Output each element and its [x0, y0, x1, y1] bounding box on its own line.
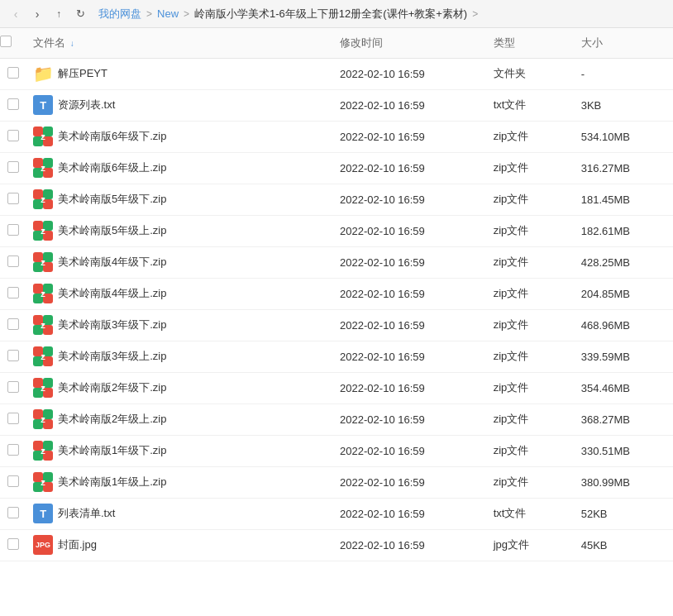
row-date: 2022-02-10 16:59: [333, 246, 487, 278]
row-date: 2022-02-10 16:59: [333, 278, 487, 309]
row-name-cell: Z 美术岭南版3年级上.zip: [26, 341, 333, 372]
row-checkbox[interactable]: [7, 413, 19, 424]
svg-text:Z: Z: [41, 259, 45, 267]
header-checkbox[interactable]: [0, 36, 12, 47]
th-size[interactable]: 大小: [575, 28, 673, 58]
zip-icon: Z: [33, 158, 53, 178]
row-checkbox-cell: [0, 372, 26, 404]
th-type[interactable]: 类型: [487, 28, 575, 58]
zip-icon: Z: [33, 189, 53, 209]
row-checkbox-cell: [0, 246, 26, 278]
row-checkbox[interactable]: [7, 475, 19, 487]
row-date: 2022-02-10 16:59: [333, 58, 487, 89]
row-type: zip文件: [487, 404, 575, 435]
table-row[interactable]: JPG封面.jpg2022-02-10 16:59jpg文件45KB: [0, 529, 673, 561]
row-checkbox[interactable]: [7, 381, 19, 393]
row-filename: 资源列表.txt: [58, 98, 115, 112]
table-row[interactable]: T列表清单.txt2022-02-10 16:59txt文件52KB: [0, 498, 673, 529]
breadcrumb-mycloud[interactable]: 我的网盘: [96, 5, 144, 23]
row-size: -: [575, 58, 673, 89]
table-row[interactable]: Z 美术岭南版4年级上.zip2022-02-10 16:59zip文件204.…: [0, 278, 673, 309]
row-checkbox-cell: [0, 498, 26, 529]
row-checkbox[interactable]: [7, 507, 19, 518]
row-name-cell: Z 美术岭南版1年级上.zip: [26, 466, 333, 498]
row-checkbox[interactable]: [7, 67, 19, 79]
txt-icon: T: [33, 95, 53, 115]
table-row[interactable]: 📁解压PEYT2022-02-10 16:59文件夹-: [0, 58, 673, 89]
row-date: 2022-02-10 16:59: [333, 152, 487, 184]
up-button[interactable]: ↑: [50, 5, 68, 23]
table-header-row: 文件名 ↓ 修改时间 类型 大小: [0, 28, 673, 58]
row-checkbox-cell: [0, 435, 26, 466]
table-row[interactable]: Z 美术岭南版4年级下.zip2022-02-10 16:59zip文件428.…: [0, 246, 673, 278]
row-checkbox[interactable]: [7, 130, 19, 141]
row-type: zip文件: [487, 466, 575, 498]
row-checkbox[interactable]: [7, 444, 19, 456]
row-checkbox-cell: [0, 184, 26, 215]
table-row[interactable]: Z 美术岭南版1年级上.zip2022-02-10 16:59zip文件380.…: [0, 466, 673, 498]
row-checkbox[interactable]: [7, 318, 19, 330]
table-row[interactable]: Z 美术岭南版6年级上.zip2022-02-10 16:59zip文件316.…: [0, 152, 673, 184]
table-row[interactable]: Z 美术岭南版3年级上.zip2022-02-10 16:59zip文件339.…: [0, 341, 673, 372]
row-checkbox[interactable]: [7, 193, 19, 204]
table-row[interactable]: Z 美术岭南版2年级下.zip2022-02-10 16:59zip文件354.…: [0, 372, 673, 404]
th-name[interactable]: 文件名 ↓: [26, 28, 333, 58]
row-size: 339.59MB: [575, 341, 673, 372]
row-name-cell: Z 美术岭南版6年级下.zip: [26, 121, 333, 152]
table-row[interactable]: Z 美术岭南版1年级下.zip2022-02-10 16:59zip文件330.…: [0, 435, 673, 466]
table-row[interactable]: Z 美术岭南版5年级下.zip2022-02-10 16:59zip文件181.…: [0, 184, 673, 215]
row-checkbox[interactable]: [7, 255, 19, 267]
jpg-icon: JPG: [33, 535, 53, 555]
breadcrumb-sep-2: >: [183, 8, 190, 20]
zip-icon: Z: [33, 284, 53, 303]
forward-button[interactable]: ›: [28, 5, 46, 23]
th-type-label: 类型: [494, 36, 515, 49]
row-name-cell: Z 美术岭南版4年级上.zip: [26, 278, 333, 309]
row-checkbox[interactable]: [7, 98, 19, 110]
row-filename: 美术岭南版6年级下.zip: [58, 129, 166, 144]
row-type: zip文件: [487, 309, 575, 341]
table-row[interactable]: Z 美术岭南版3年级下.zip2022-02-10 16:59zip文件468.…: [0, 309, 673, 341]
table-row[interactable]: Z 美术岭南版5年级上.zip2022-02-10 16:59zip文件182.…: [0, 215, 673, 246]
row-date: 2022-02-10 16:59: [333, 309, 487, 341]
svg-text:Z: Z: [41, 133, 45, 141]
row-checkbox-cell: [0, 89, 26, 121]
svg-text:Z: Z: [41, 416, 45, 424]
row-size: 316.27MB: [575, 152, 673, 184]
row-checkbox[interactable]: [7, 161, 19, 173]
row-checkbox[interactable]: [7, 224, 19, 236]
row-date: 2022-02-10 16:59: [333, 121, 487, 152]
row-type: txt文件: [487, 89, 575, 121]
row-size: 468.96MB: [575, 309, 673, 341]
back-button[interactable]: ‹: [7, 5, 25, 23]
row-filename: 美术岭南版5年级上.zip: [58, 223, 166, 238]
row-date: 2022-02-10 16:59: [333, 529, 487, 561]
svg-text:Z: Z: [41, 479, 45, 487]
row-checkbox[interactable]: [7, 350, 19, 361]
breadcrumb-new[interactable]: New: [155, 6, 181, 21]
row-size: 204.85MB: [575, 278, 673, 309]
row-checkbox[interactable]: [7, 287, 19, 298]
table-row[interactable]: T资源列表.txt2022-02-10 16:59txt文件3KB: [0, 89, 673, 121]
row-type: zip文件: [487, 246, 575, 278]
refresh-button[interactable]: ↻: [71, 5, 89, 23]
th-name-label: 文件名: [33, 36, 65, 49]
row-checkbox[interactable]: [7, 538, 19, 550]
zip-icon: Z: [33, 221, 53, 241]
row-date: 2022-02-10 16:59: [333, 404, 487, 435]
breadcrumb: 我的网盘 > New > 岭南版小学美术1-6年级上下册12册全套(课件+教案+…: [96, 5, 666, 23]
row-name-cell: Z 美术岭南版3年级下.zip: [26, 309, 333, 341]
row-date: 2022-02-10 16:59: [333, 89, 487, 121]
svg-text:Z: Z: [41, 322, 45, 330]
svg-text:Z: Z: [41, 384, 45, 393]
row-name-cell: Z 美术岭南版1年级下.zip: [26, 435, 333, 466]
row-filename: 美术岭南版2年级上.zip: [58, 412, 166, 427]
table-row[interactable]: Z 美术岭南版6年级下.zip2022-02-10 16:59zip文件534.…: [0, 121, 673, 152]
row-name-cell: T列表清单.txt: [26, 498, 333, 529]
row-size: 428.25MB: [575, 246, 673, 278]
row-size: 181.45MB: [575, 184, 673, 215]
table-row[interactable]: Z 美术岭南版2年级上.zip2022-02-10 16:59zip文件368.…: [0, 404, 673, 435]
th-checkbox[interactable]: [0, 28, 26, 58]
th-date[interactable]: 修改时间: [333, 28, 487, 58]
row-name-cell: Z 美术岭南版2年级下.zip: [26, 372, 333, 404]
